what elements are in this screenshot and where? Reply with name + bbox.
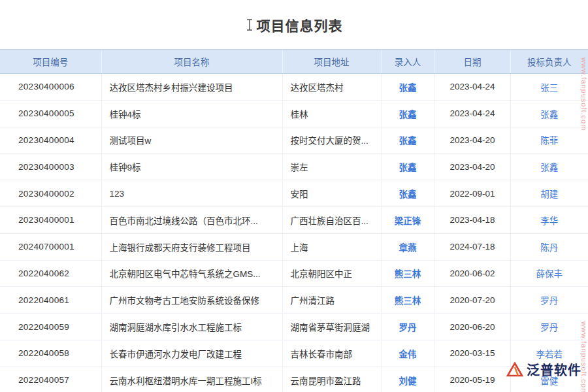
- cell-date: 2020-03-15: [434, 340, 510, 367]
- watermark-url-vertical-top: www.fanpusoft.com: [580, 57, 588, 131]
- cell-project-id: 20240700001: [0, 233, 101, 260]
- watermark-url-vertical-bottom: www.fanpusoft.com: [580, 321, 588, 392]
- bid-manager-link[interactable]: 罗丹: [510, 287, 588, 314]
- cell-project-name: 广州市文物考古工地安防系统设备保修: [101, 287, 282, 314]
- col-header-date: 日期: [434, 50, 510, 74]
- bid-manager-link[interactable]: 陈丹: [510, 233, 588, 260]
- cell-project-address: 北京朝阳区中正: [282, 260, 381, 287]
- bid-manager-link[interactable]: 李华: [510, 206, 588, 233]
- cell-date: 2023-04-20: [434, 154, 510, 180]
- fanpu-logo-icon: [506, 362, 523, 378]
- text-cursor-icon: [246, 18, 253, 31]
- table-row: 20230400001百色市南北过境线公路（百色市北环...广西壮族自治区百..…: [0, 206, 588, 233]
- bid-manager-link[interactable]: 张鑫: [510, 100, 588, 127]
- cell-project-id: 20230400005: [0, 100, 101, 127]
- col-header-project-id: 项目编号: [0, 50, 101, 74]
- cell-project-address: 按时交付大厦的贺...: [282, 127, 381, 154]
- cell-project-address: 湖南省茅草街洞庭湖: [282, 314, 381, 340]
- cell-date: 2023-04-20: [434, 127, 510, 154]
- cell-project-address: 上海: [282, 233, 381, 260]
- cell-project-address: 广西壮族自治区百...: [282, 206, 381, 233]
- cell-project-id: 20230400002: [0, 180, 101, 207]
- cell-project-name: 测试项目w: [101, 127, 282, 154]
- cell-project-id: 20230400004: [0, 127, 101, 154]
- cell-project-address: 达孜区塔杰村: [282, 74, 381, 101]
- cell-date: 2020-07-20: [434, 287, 510, 314]
- cell-date: 2022-09-01: [434, 180, 510, 207]
- col-header-project-address: 项目地址: [282, 50, 381, 74]
- cell-project-address: 云南昆明市盈江路: [282, 367, 381, 392]
- entry-person-link[interactable]: 刘健: [381, 367, 434, 392]
- entry-person-link[interactable]: 张鑫: [381, 100, 434, 127]
- entry-person-link[interactable]: 张鑫: [381, 180, 434, 207]
- cell-project-address: 吉林长春市南部: [282, 340, 381, 367]
- cell-project-name: 123: [101, 180, 282, 207]
- entry-person-link[interactable]: 熊三林: [381, 287, 434, 314]
- entry-person-link[interactable]: 张鑫: [381, 74, 434, 101]
- bid-manager-link[interactable]: 陈菲: [510, 127, 588, 154]
- col-header-bid-manager: 投标负责人: [510, 50, 588, 74]
- table-header-row: 项目编号 项目名称 项目地址 录入人 日期 投标负责人: [0, 50, 588, 74]
- entry-person-link[interactable]: 罗丹: [381, 314, 434, 340]
- table-row: 20230400004测试项目w按时交付大厦的贺...张鑫2023-04-20陈…: [0, 127, 588, 154]
- project-info-page: 项目信息列表 项目编号 项目名称 项目地址 录入人 日期 投标负责人 20230…: [0, 0, 588, 392]
- cell-project-id: 2022040057: [0, 367, 101, 392]
- cell-project-name: 达孜区塔杰村乡村振兴建设项目: [101, 74, 282, 101]
- cell-date: 2024-07-18: [434, 233, 510, 260]
- bid-manager-link[interactable]: 张三: [510, 74, 588, 101]
- brand-name: 泛普软件: [527, 360, 581, 379]
- cell-project-name: 桂钟9标: [101, 154, 282, 180]
- entry-person-link[interactable]: 章燕: [381, 233, 434, 260]
- cell-project-name: 上海银行成都天府支行装修工程项目: [101, 233, 282, 260]
- cell-project-id: 20230400001: [0, 206, 101, 233]
- cell-project-name: 桂钟4标: [101, 100, 282, 127]
- table-row: 2022040062北京朝阳区电气中芯特气系统之GMS...北京朝阳区中正熊三林…: [0, 260, 588, 287]
- cell-project-name: 长春市伊通河水力发电厂改建工程: [101, 340, 282, 367]
- cell-project-id: 2022040062: [0, 260, 101, 287]
- table-row: 20230400006达孜区塔杰村乡村振兴建设项目达孜区塔杰村张鑫2023-04…: [0, 74, 588, 101]
- entry-person-link[interactable]: 梁正锋: [381, 206, 434, 233]
- brand-watermark: 泛普软件: [506, 360, 581, 379]
- cell-date: 2023-04-24: [434, 100, 510, 127]
- cell-project-id: 2022040061: [0, 287, 101, 314]
- bid-manager-link[interactable]: 罗丹: [510, 314, 588, 340]
- cell-project-address: 安阳: [282, 180, 381, 207]
- bid-manager-link[interactable]: 薛保丰: [510, 260, 588, 287]
- entry-person-link[interactable]: 张鑫: [381, 127, 434, 154]
- title-row: 项目信息列表: [0, 0, 588, 49]
- cell-project-address: 广州清江路: [282, 287, 381, 314]
- col-header-entry-person: 录入人: [381, 50, 434, 74]
- cell-date: 2020-06-20: [434, 314, 510, 340]
- table-row: 2022040061广州市文物考古工地安防系统设备保修广州清江路熊三林2020-…: [0, 287, 588, 314]
- cell-date: 2020-06-02: [434, 260, 510, 287]
- cell-project-name: 云南水利枢纽潜明水库一期工程施工I标: [101, 367, 282, 392]
- project-table: 项目编号 项目名称 项目地址 录入人 日期 投标负责人 20230400006达…: [0, 49, 588, 392]
- table-row: 2022040057云南水利枢纽潜明水库一期工程施工I标云南昆明市盈江路刘健20…: [0, 367, 588, 392]
- table-row: 20230400005桂钟4标桂林张鑫2023-04-24张鑫: [0, 100, 588, 127]
- entry-person-link[interactable]: 张鑫: [381, 154, 434, 180]
- cell-project-name: 百色市南北过境线公路（百色市北环...: [101, 206, 282, 233]
- cell-date: 2023-04-18: [434, 206, 510, 233]
- bid-manager-link[interactable]: 张鑫: [510, 154, 588, 180]
- cell-project-id: 2022040059: [0, 314, 101, 340]
- cell-date: 2020-05-19: [434, 367, 510, 392]
- table-row: 20240700001上海银行成都天府支行装修工程项目上海章燕2024-07-1…: [0, 233, 588, 260]
- table-row: 20230400002123安阳张鑫2022-09-01胡建: [0, 180, 588, 207]
- cell-project-id: 20230400003: [0, 154, 101, 180]
- cell-project-address: 崇左: [282, 154, 381, 180]
- cell-project-address: 桂林: [282, 100, 381, 127]
- table-row: 20230400003桂钟9标崇左张鑫2023-04-20张鑫: [0, 154, 588, 180]
- cell-project-id: 2022040058: [0, 340, 101, 367]
- page-title: 项目信息列表: [257, 15, 343, 35]
- bid-manager-link[interactable]: 胡建: [510, 180, 588, 207]
- table-row: 2022040059湖南洞庭湖水库引水水工程施工标湖南省茅草街洞庭湖罗丹2020…: [0, 314, 588, 340]
- entry-person-link[interactable]: 熊三林: [381, 260, 434, 287]
- cell-project-name: 湖南洞庭湖水库引水水工程施工标: [101, 314, 282, 340]
- col-header-project-name: 项目名称: [101, 50, 282, 74]
- cell-date: 2023-04-24: [434, 74, 510, 101]
- cell-project-id: 20230400006: [0, 74, 101, 101]
- table-row: 2022040058长春市伊通河水力发电厂改建工程吉林长春市南部金伟2020-0…: [0, 340, 588, 367]
- entry-person-link[interactable]: 金伟: [381, 340, 434, 367]
- cell-project-name: 北京朝阳区电气中芯特气系统之GMS...: [101, 260, 282, 287]
